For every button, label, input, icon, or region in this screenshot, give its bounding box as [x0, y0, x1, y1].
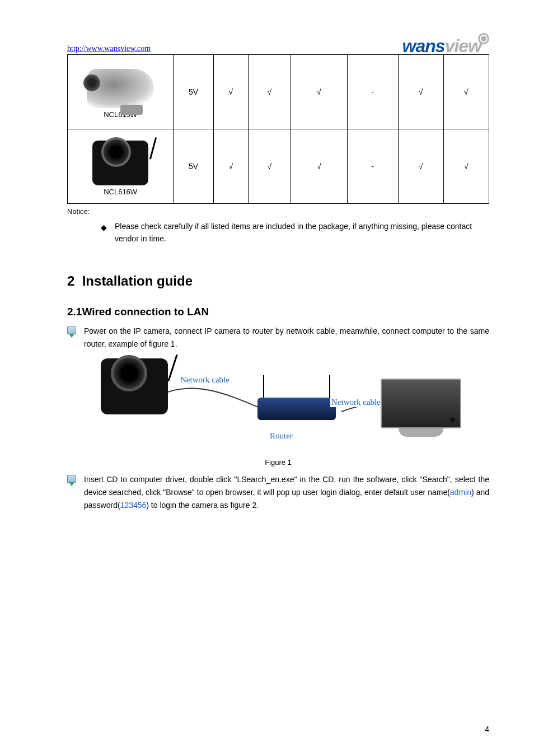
router-icon: [257, 398, 336, 420]
camera-thumbnail-icon: [92, 141, 148, 185]
download-bullet-icon: [67, 475, 78, 484]
spec-cell: √: [213, 129, 248, 204]
download-bullet-icon: [67, 326, 78, 335]
figure-caption: Figure 1: [67, 458, 489, 466]
spec-cell: √: [248, 129, 291, 204]
spec-cell: √: [291, 55, 347, 129]
default-password: 123456: [120, 501, 147, 510]
cable-label-1: Network cable: [179, 375, 231, 385]
notice-label: Notice:: [67, 207, 489, 216]
page-number: 4: [485, 725, 489, 734]
bullet-diamond-icon: ◆: [101, 221, 107, 234]
ipcamera-icon: [101, 358, 168, 414]
brand-logo: wansview: [402, 36, 489, 57]
spec-cell: √: [213, 55, 248, 129]
subsection-heading: 2.1Wired connection to LAN: [67, 306, 489, 318]
header-url-link[interactable]: http://www.wansview.com: [67, 44, 151, 54]
model-label: NCL616W: [68, 188, 173, 196]
table-row: NCL616W5V√√√-√√: [68, 129, 489, 204]
default-username: admin: [450, 488, 471, 497]
spec-cell: √: [248, 55, 291, 129]
camera-thumbnail-icon: [87, 69, 154, 108]
notice-text: Please check carefully if all listed ite…: [115, 220, 489, 245]
spec-cell: -: [347, 55, 398, 129]
router-label: Router: [269, 431, 294, 441]
model-cell: NCL615W: [68, 55, 174, 129]
spec-cell: √: [291, 129, 347, 204]
spec-cell: 5V: [174, 55, 214, 129]
model-cell: NCL616W: [68, 129, 174, 204]
cable-label-2: Network cable: [330, 398, 382, 407]
spec-cell: √: [443, 129, 489, 204]
table-row: NCL615W5V√√√-√√: [68, 55, 489, 129]
spec-cell: √: [443, 55, 489, 129]
figure-1-diagram: Network cable Router Network cable ◉: [101, 358, 489, 454]
product-table: NCL615W5V√√√-√√NCL616W5V√√√-√√: [67, 54, 489, 204]
monitor-icon: ◉: [381, 379, 461, 428]
spec-cell: √: [398, 129, 443, 204]
paragraph-2: Insert CD to computer driver, double cli…: [84, 473, 489, 512]
spec-cell: √: [398, 55, 443, 129]
spec-cell: -: [347, 129, 398, 204]
spec-cell: 5V: [174, 129, 214, 204]
section-heading: 2 Installation guide: [67, 273, 489, 289]
paragraph-1: Power on the IP camera, connect IP camer…: [84, 325, 489, 351]
